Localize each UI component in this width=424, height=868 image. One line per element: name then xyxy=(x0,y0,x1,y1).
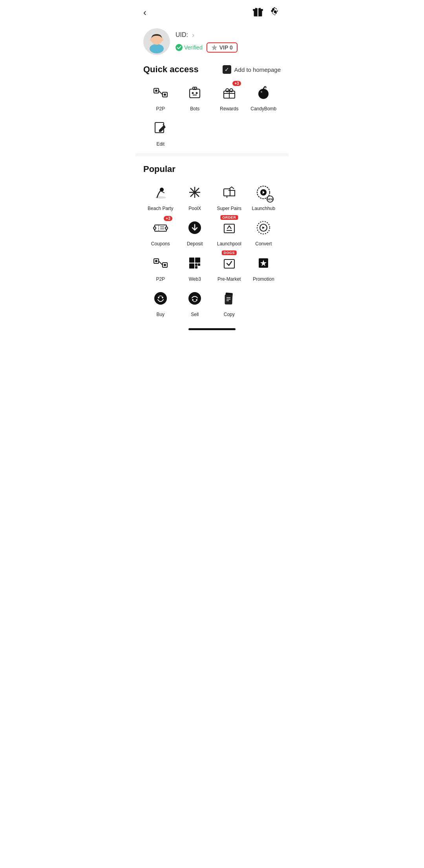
quick-access-title: Quick access xyxy=(143,64,199,75)
checkbox-icon: ✓ xyxy=(223,65,231,74)
svg-rect-57 xyxy=(189,258,194,263)
svg-rect-36 xyxy=(224,189,230,196)
svg-rect-62 xyxy=(195,266,197,269)
svg-point-71 xyxy=(196,299,197,301)
popular-item-deposit[interactable]: Deposit xyxy=(178,217,212,247)
verified-badge: Verified xyxy=(175,44,203,51)
sell-label: Sell xyxy=(191,312,199,317)
edit-label: Edit xyxy=(156,141,164,147)
rewards-icon: +3 xyxy=(219,82,239,103)
svg-point-8 xyxy=(175,44,183,51)
popular-item-poolx[interactable]: PoolX xyxy=(178,182,212,211)
pre-market-label: Pre-Market xyxy=(217,276,241,282)
settings-icon[interactable] xyxy=(270,6,281,19)
popular-item-beach-party[interactable]: Beach Party xyxy=(143,182,178,211)
svg-rect-60 xyxy=(195,263,197,266)
svg-point-6 xyxy=(150,38,152,41)
buy-icon xyxy=(150,288,171,309)
svg-point-4 xyxy=(150,44,164,53)
svg-point-16 xyxy=(192,92,194,94)
p2p2-icon xyxy=(150,253,171,273)
add-homepage-button[interactable]: ✓ Add to homepage xyxy=(223,65,281,74)
chevron-right-icon[interactable]: › xyxy=(192,31,194,39)
beach-party-label: Beach Party xyxy=(148,206,173,211)
svg-point-66 xyxy=(154,292,167,305)
coupons-label: Coupons xyxy=(151,241,170,247)
popular-item-pre-market[interactable]: DOGS Pre-Market xyxy=(212,253,247,282)
svg-rect-2 xyxy=(258,9,258,16)
back-button[interactable]: ‹ xyxy=(143,7,146,18)
popular-item-launchhub[interactable]: NEW Launchhub xyxy=(247,182,281,211)
popular-section: Popular Beach Party xyxy=(135,164,289,317)
sell-icon xyxy=(185,288,205,309)
svg-line-56 xyxy=(159,261,163,265)
popular-item-coupons[interactable]: +3 Coupons xyxy=(143,217,178,247)
p2p-icon xyxy=(150,82,171,103)
deposit-icon xyxy=(185,217,205,238)
svg-point-12 xyxy=(155,90,157,92)
bots-label: Bots xyxy=(190,106,199,111)
popular-grid: Beach Party PoolX xyxy=(143,182,281,317)
quick-access-grid: P2P Bots +3 xyxy=(143,82,281,147)
coupons-icon: +3 xyxy=(150,217,171,238)
popular-item-launchpool[interactable]: ORDER Launchpool xyxy=(212,217,247,247)
pre-market-badge: DOGS xyxy=(221,250,237,255)
popular-item-sell[interactable]: Sell xyxy=(178,288,212,317)
bottom-bar xyxy=(135,323,289,333)
svg-rect-61 xyxy=(198,263,200,266)
profile-section: UID: › Verified VIP 0 xyxy=(135,22,289,64)
popular-title: Popular xyxy=(143,164,175,174)
super-pairs-icon xyxy=(219,182,239,203)
copy-label: Copy xyxy=(224,312,235,317)
svg-point-68 xyxy=(162,297,163,298)
popular-item-p2p[interactable]: P2P xyxy=(143,253,178,282)
launchpool-icon: ORDER xyxy=(219,217,239,238)
popular-item-convert[interactable]: Convert xyxy=(247,217,281,247)
popular-item-copy[interactable]: Copy xyxy=(212,288,247,317)
convert-label: Convert xyxy=(255,241,272,247)
quick-access-item-bots[interactable]: Bots xyxy=(178,82,212,111)
gift-icon[interactable] xyxy=(252,6,263,19)
svg-marker-9 xyxy=(212,45,217,50)
svg-point-17 xyxy=(196,92,198,94)
buy-label: Buy xyxy=(156,312,164,317)
popular-item-super-pairs[interactable]: Super Pairs xyxy=(212,182,247,211)
quick-access-section: Quick access ✓ Add to homepage P2P xyxy=(135,64,289,147)
poolx-label: PoolX xyxy=(188,206,201,211)
popular-item-promotion[interactable]: Promotion xyxy=(247,253,281,282)
coupons-badge: +3 xyxy=(164,216,172,221)
launchpool-label: Launchpool xyxy=(217,241,241,247)
quick-access-item-candybomb[interactable]: CandyBomb xyxy=(247,82,281,111)
svg-rect-39 xyxy=(155,225,166,231)
svg-point-13 xyxy=(164,93,166,96)
copy-icon xyxy=(219,288,239,309)
edit-icon xyxy=(150,118,171,138)
add-homepage-label: Add to homepage xyxy=(234,66,281,73)
svg-point-7 xyxy=(161,38,163,41)
svg-point-67 xyxy=(158,297,159,298)
popular-item-web3[interactable]: Web3 xyxy=(178,253,212,282)
svg-rect-63 xyxy=(224,259,234,268)
candybomb-icon xyxy=(253,82,274,103)
quick-access-item-p2p[interactable]: P2P xyxy=(143,82,178,111)
svg-rect-59 xyxy=(189,263,194,269)
promotion-icon xyxy=(253,253,274,273)
section-divider xyxy=(135,153,289,156)
launchhub-icon: NEW xyxy=(253,182,274,203)
p2p2-label: P2P xyxy=(156,276,165,282)
rewards-badge: +3 xyxy=(232,81,241,86)
avatar[interactable] xyxy=(143,28,170,55)
pre-market-icon: DOGS xyxy=(219,253,239,273)
svg-point-27 xyxy=(261,91,262,93)
beach-party-icon xyxy=(150,182,171,203)
quick-access-item-edit[interactable]: Edit xyxy=(143,118,178,147)
home-indicator xyxy=(188,328,236,330)
launchhub-new-badge: NEW xyxy=(267,196,274,203)
web3-icon xyxy=(185,253,205,273)
svg-point-54 xyxy=(155,260,157,262)
quick-access-item-rewards[interactable]: +3 Rewards xyxy=(212,82,247,111)
promotion-label: Promotion xyxy=(253,276,274,282)
svg-point-70 xyxy=(192,299,194,301)
popular-item-buy[interactable]: Buy xyxy=(143,288,178,317)
svg-rect-15 xyxy=(190,89,200,98)
